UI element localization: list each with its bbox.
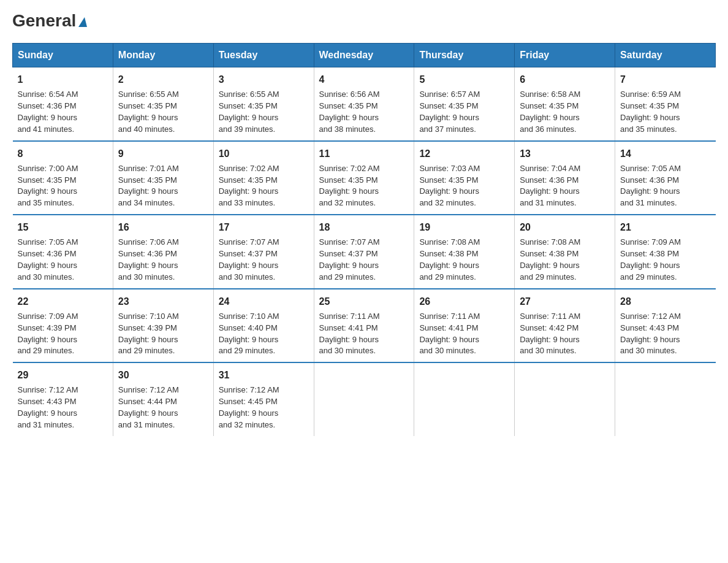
calendar-cell: 16Sunrise: 7:06 AMSunset: 4:36 PMDayligh… [113, 215, 213, 289]
day-info: Sunrise: 7:05 AMSunset: 4:36 PMDaylight:… [18, 237, 108, 283]
calendar-cell: 20Sunrise: 7:08 AMSunset: 4:38 PMDayligh… [515, 215, 615, 289]
day-number: 14 [620, 147, 710, 161]
day-info: Sunrise: 7:10 AMSunset: 4:39 PMDaylight:… [118, 311, 208, 357]
week-row: 15Sunrise: 7:05 AMSunset: 4:36 PMDayligh… [13, 215, 716, 289]
day-info: Sunrise: 6:58 AMSunset: 4:35 PMDaylight:… [520, 89, 610, 135]
week-row: 1Sunrise: 6:54 AMSunset: 4:36 PMDaylight… [13, 67, 716, 141]
calendar-cell: 8Sunrise: 7:00 AMSunset: 4:35 PMDaylight… [13, 141, 113, 215]
calendar-cell: 21Sunrise: 7:09 AMSunset: 4:38 PMDayligh… [615, 215, 716, 289]
day-info: Sunrise: 6:55 AMSunset: 4:35 PMDaylight:… [219, 89, 309, 135]
calendar-cell: 27Sunrise: 7:11 AMSunset: 4:42 PMDayligh… [515, 289, 615, 363]
week-row: 8Sunrise: 7:00 AMSunset: 4:35 PMDaylight… [13, 141, 716, 215]
day-info: Sunrise: 6:56 AMSunset: 4:35 PMDaylight:… [319, 89, 409, 135]
day-info: Sunrise: 6:57 AMSunset: 4:35 PMDaylight:… [419, 89, 509, 135]
day-number: 6 [520, 72, 610, 86]
day-info: Sunrise: 7:08 AMSunset: 4:38 PMDaylight:… [520, 237, 610, 283]
day-info: Sunrise: 7:03 AMSunset: 4:35 PMDaylight:… [419, 163, 509, 209]
calendar-cell: 17Sunrise: 7:07 AMSunset: 4:37 PMDayligh… [213, 215, 314, 289]
page-header: General [12, 12, 716, 31]
header-day-wednesday: Wednesday [314, 44, 414, 67]
day-info: Sunrise: 7:08 AMSunset: 4:38 PMDaylight:… [419, 237, 509, 283]
day-info: Sunrise: 7:00 AMSunset: 4:35 PMDaylight:… [18, 163, 108, 209]
day-number: 12 [419, 147, 509, 161]
calendar-cell: 10Sunrise: 7:02 AMSunset: 4:35 PMDayligh… [213, 141, 314, 215]
day-info: Sunrise: 7:12 AMSunset: 4:43 PMDaylight:… [620, 311, 710, 357]
day-number: 18 [319, 220, 409, 234]
calendar-body: 1Sunrise: 6:54 AMSunset: 4:36 PMDaylight… [13, 67, 716, 436]
calendar-cell: 15Sunrise: 7:05 AMSunset: 4:36 PMDayligh… [13, 215, 113, 289]
day-number: 10 [219, 147, 309, 161]
calendar-cell: 12Sunrise: 7:03 AMSunset: 4:35 PMDayligh… [414, 141, 515, 215]
day-info: Sunrise: 7:11 AMSunset: 4:42 PMDaylight:… [520, 311, 610, 357]
calendar-cell: 11Sunrise: 7:02 AMSunset: 4:35 PMDayligh… [314, 141, 414, 215]
header-day-thursday: Thursday [414, 44, 515, 67]
calendar-table: SundayMondayTuesdayWednesdayThursdayFrid… [12, 43, 716, 436]
day-info: Sunrise: 7:12 AMSunset: 4:45 PMDaylight:… [219, 385, 309, 431]
day-info: Sunrise: 7:02 AMSunset: 4:35 PMDaylight:… [219, 163, 309, 209]
day-info: Sunrise: 7:12 AMSunset: 4:43 PMDaylight:… [18, 385, 108, 431]
day-info: Sunrise: 7:12 AMSunset: 4:44 PMDaylight:… [118, 385, 208, 431]
header-day-saturday: Saturday [615, 44, 716, 67]
day-number: 9 [118, 147, 208, 161]
calendar-cell: 6Sunrise: 6:58 AMSunset: 4:35 PMDaylight… [515, 67, 615, 141]
day-number: 11 [319, 147, 409, 161]
calendar-cell: 14Sunrise: 7:05 AMSunset: 4:36 PMDayligh… [615, 141, 716, 215]
day-number: 19 [419, 220, 509, 234]
day-number: 13 [520, 147, 610, 161]
calendar-header: SundayMondayTuesdayWednesdayThursdayFrid… [13, 44, 716, 67]
day-info: Sunrise: 6:54 AMSunset: 4:36 PMDaylight:… [18, 89, 108, 135]
day-info: Sunrise: 7:10 AMSunset: 4:40 PMDaylight:… [219, 311, 309, 357]
calendar-cell: 5Sunrise: 6:57 AMSunset: 4:35 PMDaylight… [414, 67, 515, 141]
day-number: 21 [620, 220, 710, 234]
day-info: Sunrise: 7:07 AMSunset: 4:37 PMDaylight:… [319, 237, 409, 283]
day-number: 15 [18, 220, 108, 234]
calendar-cell: 4Sunrise: 6:56 AMSunset: 4:35 PMDaylight… [314, 67, 414, 141]
week-row: 22Sunrise: 7:09 AMSunset: 4:39 PMDayligh… [13, 289, 716, 363]
logo: General [12, 12, 87, 31]
header-day-friday: Friday [515, 44, 615, 67]
day-number: 20 [520, 220, 610, 234]
calendar-cell: 18Sunrise: 7:07 AMSunset: 4:37 PMDayligh… [314, 215, 414, 289]
calendar-cell: 23Sunrise: 7:10 AMSunset: 4:39 PMDayligh… [113, 289, 213, 363]
day-number: 25 [319, 294, 409, 308]
day-number: 2 [118, 72, 208, 86]
day-info: Sunrise: 7:11 AMSunset: 4:41 PMDaylight:… [319, 311, 409, 357]
calendar-cell: 25Sunrise: 7:11 AMSunset: 4:41 PMDayligh… [314, 289, 414, 363]
day-number: 22 [18, 294, 108, 308]
day-number: 17 [219, 220, 309, 234]
calendar-cell: 22Sunrise: 7:09 AMSunset: 4:39 PMDayligh… [13, 289, 113, 363]
day-number: 1 [18, 72, 108, 86]
day-info: Sunrise: 7:07 AMSunset: 4:37 PMDaylight:… [219, 237, 309, 283]
calendar-cell: 1Sunrise: 6:54 AMSunset: 4:36 PMDaylight… [13, 67, 113, 141]
header-day-sunday: Sunday [13, 44, 113, 67]
calendar-cell: 9Sunrise: 7:01 AMSunset: 4:35 PMDaylight… [113, 141, 213, 215]
header-row: SundayMondayTuesdayWednesdayThursdayFrid… [13, 44, 716, 67]
calendar-cell: 7Sunrise: 6:59 AMSunset: 4:35 PMDaylight… [615, 67, 716, 141]
calendar-cell: 28Sunrise: 7:12 AMSunset: 4:43 PMDayligh… [615, 289, 716, 363]
day-info: Sunrise: 7:02 AMSunset: 4:35 PMDaylight:… [319, 163, 409, 209]
day-number: 16 [118, 220, 208, 234]
day-number: 31 [219, 368, 309, 382]
day-number: 26 [419, 294, 509, 308]
day-number: 4 [319, 72, 409, 86]
calendar-cell [314, 362, 414, 436]
day-number: 27 [520, 294, 610, 308]
day-info: Sunrise: 7:01 AMSunset: 4:35 PMDaylight:… [118, 163, 208, 209]
header-day-monday: Monday [113, 44, 213, 67]
day-info: Sunrise: 7:11 AMSunset: 4:41 PMDaylight:… [419, 311, 509, 357]
calendar-cell: 30Sunrise: 7:12 AMSunset: 4:44 PMDayligh… [113, 362, 213, 436]
day-number: 23 [118, 294, 208, 308]
calendar-cell [515, 362, 615, 436]
calendar-cell: 31Sunrise: 7:12 AMSunset: 4:45 PMDayligh… [213, 362, 314, 436]
day-info: Sunrise: 7:04 AMSunset: 4:36 PMDaylight:… [520, 163, 610, 209]
calendar-cell: 13Sunrise: 7:04 AMSunset: 4:36 PMDayligh… [515, 141, 615, 215]
day-info: Sunrise: 7:09 AMSunset: 4:38 PMDaylight:… [620, 237, 710, 283]
calendar-cell: 3Sunrise: 6:55 AMSunset: 4:35 PMDaylight… [213, 67, 314, 141]
calendar-cell: 24Sunrise: 7:10 AMSunset: 4:40 PMDayligh… [213, 289, 314, 363]
week-row: 29Sunrise: 7:12 AMSunset: 4:43 PMDayligh… [13, 362, 716, 436]
day-info: Sunrise: 7:06 AMSunset: 4:36 PMDaylight:… [118, 237, 208, 283]
day-number: 8 [18, 147, 108, 161]
calendar-cell: 2Sunrise: 6:55 AMSunset: 4:35 PMDaylight… [113, 67, 213, 141]
day-info: Sunrise: 6:59 AMSunset: 4:35 PMDaylight:… [620, 89, 710, 135]
calendar-cell: 26Sunrise: 7:11 AMSunset: 4:41 PMDayligh… [414, 289, 515, 363]
